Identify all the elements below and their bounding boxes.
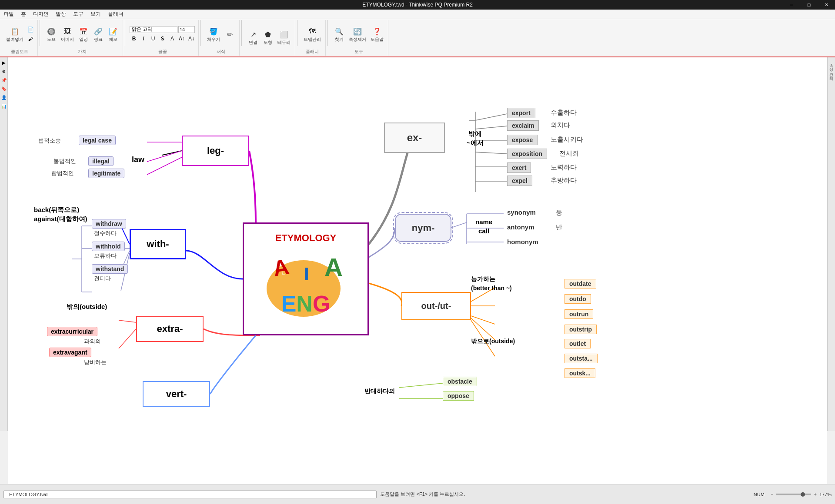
sidebar-icon-6[interactable]: 📊 bbox=[0, 103, 7, 109]
font-size-up-button[interactable]: A↑ bbox=[177, 34, 186, 43]
help-button[interactable]: ❓ 도움말 bbox=[369, 25, 385, 43]
node-button[interactable]: 🔘 노브 bbox=[44, 25, 58, 43]
sidebar-icon-4[interactable]: 🔖 bbox=[0, 85, 7, 92]
extravagant-box[interactable]: extravagant bbox=[49, 348, 91, 357]
map-manage-button[interactable]: 🗺 브맵관리 bbox=[302, 25, 323, 43]
vert-node[interactable]: vert- bbox=[143, 381, 210, 407]
refresh-button[interactable]: 🔄 속성제거 bbox=[347, 25, 368, 43]
vert-label: vert- bbox=[166, 388, 187, 400]
underline-button[interactable]: U bbox=[149, 34, 157, 43]
with-node[interactable]: with- bbox=[130, 229, 186, 259]
zoom-minus[interactable]: － bbox=[770, 491, 775, 497]
copy-button[interactable]: 📄 bbox=[26, 25, 35, 34]
bold-button[interactable]: B bbox=[130, 34, 138, 43]
oppose-box[interactable]: oppose bbox=[443, 391, 474, 401]
exert-box[interactable]: exert bbox=[507, 162, 531, 173]
extracurricular-box[interactable]: extracurricular bbox=[47, 327, 97, 336]
out-node[interactable]: out-/ut- bbox=[401, 292, 471, 320]
zoom-level: 177% bbox=[819, 492, 832, 497]
outlet-box[interactable]: outlet bbox=[564, 339, 591, 348]
sep3 bbox=[200, 20, 201, 46]
outsk-box[interactable]: outsk... bbox=[564, 368, 595, 378]
illegal-box[interactable]: illegal bbox=[88, 156, 114, 166]
border-button[interactable]: ⬜ 테두리 bbox=[276, 28, 292, 46]
font-size-down-button[interactable]: A↓ bbox=[187, 34, 196, 43]
ex-node[interactable]: ex- bbox=[384, 123, 445, 153]
export-box[interactable]: export bbox=[507, 108, 535, 118]
border-label: 테두리 bbox=[277, 40, 291, 46]
legitimate-box[interactable]: legitimate bbox=[88, 169, 124, 178]
leg-node[interactable]: leg- bbox=[182, 136, 249, 166]
sidebar-icon-5[interactable]: 👤 bbox=[0, 94, 7, 101]
link-button[interactable]: 🔗 링크 bbox=[91, 25, 105, 43]
close-button[interactable]: ✕ bbox=[818, 0, 835, 10]
sidebar-icon-3[interactable]: 📌 bbox=[0, 76, 7, 83]
central-node[interactable]: ETYMOLOGY R L A A I E N G bbox=[243, 222, 369, 335]
zoom-slider[interactable] bbox=[776, 494, 811, 495]
legal-case-box[interactable]: legal case bbox=[79, 136, 116, 145]
file-tab[interactable]: ETYMOLOGY.twd bbox=[3, 491, 377, 498]
exert-ko: 노력하다 bbox=[551, 163, 577, 172]
menu-planner[interactable]: 플래너 bbox=[104, 10, 127, 19]
zoom-plus[interactable]: ＋ bbox=[813, 491, 818, 497]
app-title: ETYMOLOGY.twd - ThinkWise PQ Premium R2 bbox=[362, 2, 473, 8]
find-label: 찾기 bbox=[335, 36, 344, 43]
outstrip-box[interactable]: outstrip bbox=[564, 325, 597, 334]
obstacle-box[interactable]: obstacle bbox=[443, 377, 477, 386]
strikethrough-button[interactable]: S̶ bbox=[158, 34, 167, 43]
svg-line-13 bbox=[119, 320, 136, 322]
font-size-input[interactable] bbox=[178, 26, 195, 33]
memo-icon: 📝 bbox=[108, 26, 118, 36]
central-image: R L A A I E N G bbox=[258, 247, 354, 325]
ribbon-group-draw: ↗ 연결 ⬟ 도형 ⬜ 테두리 bbox=[244, 20, 295, 56]
map-label: 브맵관리 bbox=[304, 36, 321, 43]
format-row: B I U S̶ A A↑ A↓ bbox=[130, 34, 196, 43]
outsta-box[interactable]: outsta... bbox=[564, 354, 598, 363]
connect-button[interactable]: ↗ 연결 bbox=[246, 28, 260, 46]
font-family-input[interactable] bbox=[130, 26, 177, 33]
sidebar-icon-2[interactable]: ⚙ bbox=[0, 68, 7, 75]
connect-label: 연결 bbox=[249, 40, 257, 46]
menu-design[interactable]: 디자인 bbox=[30, 10, 52, 19]
schedule-button[interactable]: 📅 일정 bbox=[77, 25, 90, 43]
exposition-box[interactable]: exposition bbox=[507, 149, 547, 159]
outdate-box[interactable]: outdate bbox=[564, 279, 596, 288]
nym-node[interactable]: nym- bbox=[395, 214, 451, 242]
find-button[interactable]: 🔍 찾기 bbox=[332, 25, 346, 43]
memo-button[interactable]: 📝 메모 bbox=[106, 25, 120, 43]
pencil-button[interactable]: ✏ bbox=[223, 28, 237, 40]
fill-button[interactable]: 🪣 채우기 bbox=[205, 25, 222, 43]
paste-button[interactable]: 📋 붙여넣기 bbox=[4, 25, 25, 43]
style-button[interactable]: 🖌 bbox=[26, 35, 35, 43]
menu-ideation[interactable]: 발상 bbox=[52, 10, 70, 19]
extra-meaning: 밖의(outside) bbox=[67, 303, 107, 311]
insert-buttons: 🔘 노브 🖼 이미지 📅 일정 🔗 링크 📝 메모 bbox=[44, 21, 120, 48]
font-color-button[interactable]: A bbox=[168, 34, 177, 43]
ex-label: ex- bbox=[407, 132, 422, 144]
svg-line-12 bbox=[147, 157, 182, 175]
menu-file[interactable]: 파일 bbox=[0, 10, 17, 19]
exclaim-box[interactable]: exclaim bbox=[507, 120, 539, 131]
expose-box[interactable]: expose bbox=[507, 135, 538, 145]
maximize-button[interactable]: □ bbox=[800, 0, 818, 10]
expel-box[interactable]: expel bbox=[507, 176, 532, 186]
minimize-button[interactable]: ─ bbox=[783, 0, 800, 10]
letter-a-green: A bbox=[324, 252, 343, 282]
image-button[interactable]: 🖼 이미지 bbox=[59, 25, 76, 43]
italic-button[interactable]: I bbox=[139, 34, 148, 43]
letter-e: E bbox=[281, 291, 297, 317]
withhold-box[interactable]: withhold bbox=[92, 242, 125, 251]
withstand-box[interactable]: withstand bbox=[92, 264, 128, 274]
ex-meaning-line1: 밖에 bbox=[467, 129, 484, 138]
outrun-box[interactable]: outrun bbox=[564, 309, 593, 319]
map-icon: 🗺 bbox=[307, 26, 317, 36]
outdo-box[interactable]: outdo bbox=[564, 294, 591, 304]
extra-node[interactable]: extra- bbox=[136, 316, 204, 342]
statusbar: ETYMOLOGY.twd 도움말을 보려면 <F1> 키를 누르십시오. NU… bbox=[0, 484, 835, 504]
withdraw-box[interactable]: withdraw bbox=[92, 219, 126, 229]
menu-home[interactable]: 홈 bbox=[17, 10, 30, 19]
menu-view[interactable]: 보기 bbox=[87, 10, 104, 19]
menu-tools[interactable]: 도구 bbox=[70, 10, 87, 19]
shape-button[interactable]: ⬟ 도형 bbox=[261, 28, 275, 46]
sidebar-icon-1[interactable]: ▶ bbox=[0, 59, 7, 66]
